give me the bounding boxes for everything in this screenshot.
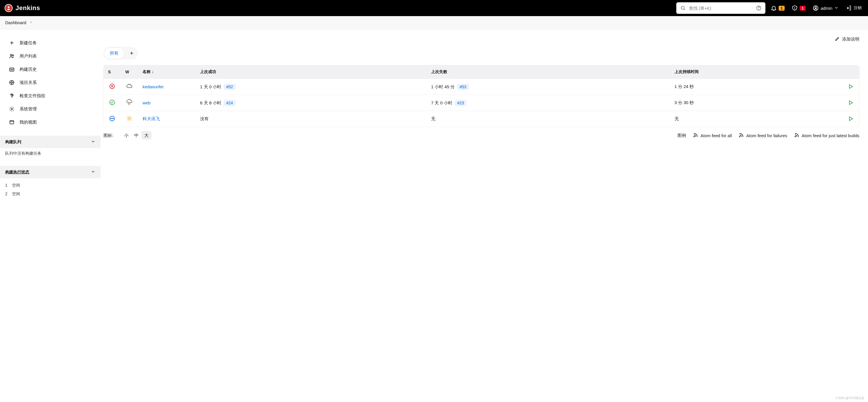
- col-duration[interactable]: 上次持续时间: [670, 65, 842, 79]
- last-duration: 3 分 30 秒: [670, 95, 842, 111]
- sidebar-item-label: 项目关系: [20, 80, 37, 85]
- build-now-button[interactable]: [847, 83, 855, 90]
- user-menu[interactable]: admin: [811, 2, 840, 14]
- shield-icon: [792, 5, 798, 11]
- rss-icon: [794, 133, 799, 139]
- svg-point-1: [681, 6, 684, 9]
- sidebar-item-label: 构建历史: [20, 67, 37, 72]
- svg-line-2: [684, 9, 685, 10]
- svg-marker-36: [849, 101, 852, 105]
- svg-marker-50: [849, 117, 852, 121]
- icon-size-label: 图标:: [103, 133, 113, 138]
- table-row: kedaxunfei1 天 0 小时#521 小时 45 分#531 分 24 …: [103, 79, 859, 95]
- logout-label: 注销: [854, 5, 862, 11]
- atom-all-link[interactable]: Atom feed for all: [693, 133, 732, 139]
- rss-icon: [693, 133, 698, 139]
- build-link[interactable]: #24: [224, 100, 236, 106]
- col-weather[interactable]: W: [121, 65, 138, 79]
- fingerprint-icon: [9, 93, 15, 99]
- job-link[interactable]: web: [143, 100, 151, 105]
- sidebar-item-label: 我的视图: [20, 120, 37, 125]
- last-duration: 无: [670, 111, 842, 127]
- icon-size-option[interactable]: 中: [131, 131, 142, 140]
- build-now-button[interactable]: [847, 115, 855, 122]
- sidebar-item-label: 系统管理: [20, 106, 37, 112]
- alert-badge: 1: [800, 6, 806, 11]
- build-link[interactable]: #53: [457, 84, 469, 90]
- col-last-failure[interactable]: 上次失败: [427, 65, 670, 79]
- user-icon: [812, 5, 819, 11]
- help-icon[interactable]: [755, 5, 762, 11]
- svg-line-35: [130, 103, 130, 104]
- tab-all[interactable]: 所有: [104, 48, 124, 59]
- search-box[interactable]: [676, 2, 765, 14]
- col-last-success[interactable]: 上次成功: [195, 65, 427, 79]
- status-ok-icon: [109, 99, 115, 106]
- legend-link[interactable]: 图例: [677, 133, 686, 138]
- rss-icon: [739, 133, 744, 139]
- build-now-button[interactable]: [847, 99, 855, 106]
- notifications-button[interactable]: 1: [769, 2, 786, 14]
- svg-point-52: [740, 136, 740, 137]
- sidebar-item-relation[interactable]: 项目关系: [3, 76, 97, 89]
- job-link[interactable]: 科大讯飞: [143, 116, 160, 121]
- executor-row: 1空闲: [5, 181, 95, 190]
- svg-point-8: [815, 7, 816, 8]
- plus-icon: [9, 40, 15, 46]
- sidebar-item-gear[interactable]: 系统管理: [3, 103, 97, 116]
- logout-button[interactable]: 注销: [844, 2, 863, 14]
- chevron-right-icon: [29, 20, 33, 25]
- executor-row: 2空闲: [5, 190, 95, 198]
- sidebar-item-window[interactable]: 我的视图: [3, 116, 97, 129]
- svg-point-4: [758, 9, 759, 9]
- search-icon: [680, 5, 686, 11]
- svg-point-41: [128, 117, 130, 119]
- add-view-button[interactable]: [126, 48, 137, 59]
- relation-icon: [9, 79, 15, 86]
- brand-text: Jenkins: [16, 4, 40, 12]
- notif-badge: 1: [779, 6, 785, 11]
- add-description-button[interactable]: 添加说明: [835, 36, 859, 42]
- build-link[interactable]: #52: [224, 84, 236, 90]
- weather-sun-icon: [126, 115, 132, 122]
- sidebar-item-fingerprint[interactable]: 检查文件指纹: [3, 89, 97, 103]
- svg-point-40: [113, 118, 114, 119]
- build-queue-header[interactable]: 构建队列: [0, 136, 101, 148]
- svg-point-53: [795, 136, 796, 137]
- sidebar-item-label: 检查文件指纹: [20, 93, 45, 98]
- status-fail-icon: [109, 83, 115, 89]
- table-row: 科大讯飞没有无无: [103, 111, 859, 127]
- icon-size-option[interactable]: 大: [142, 131, 152, 140]
- build-executors-header[interactable]: 构建执行状态: [0, 166, 101, 178]
- last-success: 1 天 0 小时#52: [195, 79, 427, 95]
- svg-line-46: [128, 116, 128, 117]
- svg-point-38: [111, 118, 111, 119]
- security-alerts-button[interactable]: 1: [790, 2, 807, 14]
- brand[interactable]: Jenkins: [5, 4, 40, 12]
- svg-point-51: [694, 136, 694, 137]
- svg-point-18: [11, 82, 13, 83]
- sidebar-item-users[interactable]: 用户列表: [3, 50, 97, 63]
- atom-failures-link[interactable]: Atom feed for failures: [739, 133, 787, 139]
- breadcrumb-item[interactable]: Dashboard: [5, 20, 26, 25]
- icon-size-option[interactable]: 小: [121, 131, 131, 140]
- build-queue-title: 构建队列: [5, 140, 21, 145]
- last-duration: 1 分 24 秒: [670, 79, 842, 95]
- svg-line-48: [128, 120, 128, 120]
- col-status[interactable]: S: [103, 65, 121, 79]
- sidebar-item-history[interactable]: 构建历史: [3, 63, 97, 76]
- col-name[interactable]: 名称↓: [138, 65, 195, 79]
- search-input[interactable]: [689, 6, 753, 11]
- build-link[interactable]: #23: [455, 100, 466, 106]
- jenkins-logo-icon: [5, 4, 13, 12]
- svg-point-39: [112, 118, 113, 119]
- sidebar-item-label: 新建任务: [20, 40, 37, 46]
- sidebar-item-plus[interactable]: 新建任务: [3, 36, 97, 50]
- svg-rect-14: [10, 68, 14, 71]
- window-icon: [9, 119, 15, 125]
- svg-point-32: [110, 100, 115, 105]
- job-link[interactable]: kedaxunfei: [143, 84, 163, 89]
- svg-line-47: [131, 120, 131, 120]
- svg-line-49: [131, 116, 131, 117]
- atom-latest-link[interactable]: Atom feed for just latest builds: [794, 133, 859, 139]
